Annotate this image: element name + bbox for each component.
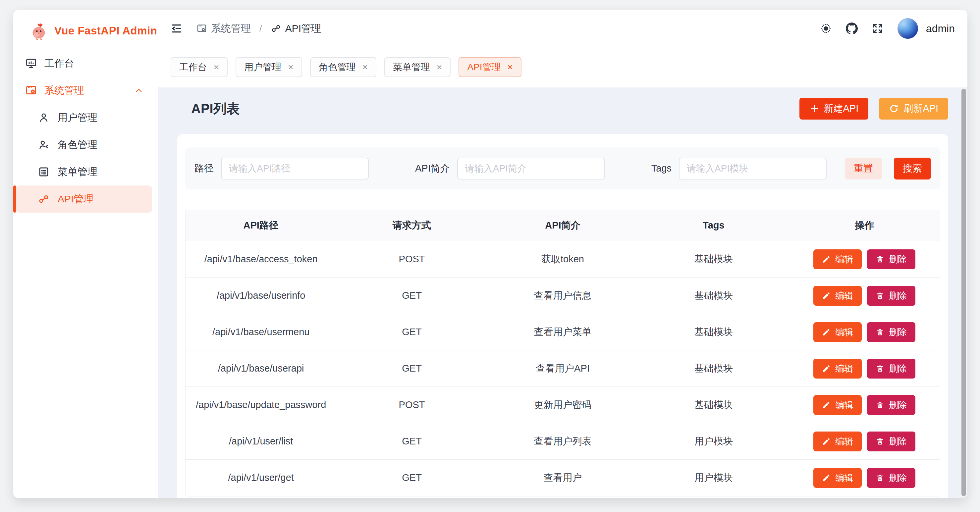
tab-API管理[interactable]: API管理× xyxy=(458,57,522,77)
theme-toggle-icon[interactable] xyxy=(820,22,832,35)
trash-icon xyxy=(876,291,884,300)
search-button[interactable]: 搜索 xyxy=(894,157,931,180)
sidebar-item-menu-list[interactable]: 菜单管理 xyxy=(16,158,152,186)
github-icon[interactable] xyxy=(846,22,858,35)
cell-tags: 基础模块 xyxy=(638,326,789,339)
tab-工作台[interactable]: 工作台× xyxy=(170,57,228,77)
trash-icon xyxy=(876,328,884,337)
sidebar-collapse-icon[interactable] xyxy=(170,22,183,35)
sidebar-item-role[interactable]: 角色管理 xyxy=(16,131,152,158)
cell-method: GET xyxy=(336,290,487,301)
trash-icon xyxy=(876,437,884,446)
edit-pencil-icon xyxy=(822,401,830,409)
delete-button[interactable]: 删除 xyxy=(867,250,915,269)
table-row: /api/v1/base/userinfoGET查看用户信息基础模块编辑删除 xyxy=(186,278,940,314)
breadcrumb-item-system[interactable]: 系统管理 xyxy=(196,22,251,35)
sidebar-item-label: API管理 xyxy=(58,192,94,206)
tab-close-icon[interactable]: × xyxy=(363,63,368,72)
avatar[interactable] xyxy=(897,18,918,39)
username[interactable]: admin xyxy=(926,22,955,35)
filter-group-path: 路径 xyxy=(194,157,369,180)
breadcrumb: 系统管理 / API管理 xyxy=(196,22,321,35)
tab-close-icon[interactable]: × xyxy=(508,63,513,72)
sidebar-item-label: 用户管理 xyxy=(58,111,97,124)
edit-pencil-icon xyxy=(822,255,830,264)
delete-button[interactable]: 删除 xyxy=(867,322,915,342)
column-header: API路径 xyxy=(186,219,336,232)
cell-api-path: /api/v1/base/update_password xyxy=(186,399,336,410)
system-icon xyxy=(25,84,37,96)
tab-用户管理[interactable]: 用户管理× xyxy=(235,57,302,77)
edit-pencil-icon xyxy=(822,291,830,300)
delete-button[interactable]: 删除 xyxy=(867,286,915,306)
sidebar-item-system[interactable]: 系统管理 xyxy=(16,77,152,104)
cell-api-path: /api/v1/base/usermenu xyxy=(186,326,336,337)
tab-label: 用户管理 xyxy=(244,61,281,73)
trash-icon xyxy=(876,255,884,264)
tab-close-icon[interactable]: × xyxy=(437,63,442,72)
edit-button[interactable]: 编辑 xyxy=(813,250,862,269)
edit-button[interactable]: 编辑 xyxy=(813,286,862,306)
cell-actions: 编辑删除 xyxy=(789,395,940,415)
cell-method: GET xyxy=(336,363,487,374)
path-label: 路径 xyxy=(194,162,214,175)
cell-api-path: /api/v1/user/get xyxy=(186,472,336,483)
delete-button[interactable]: 删除 xyxy=(867,395,915,415)
path-input[interactable] xyxy=(221,157,369,180)
cell-tags: 用户模块 xyxy=(638,435,789,448)
cell-summary: 查看用户 xyxy=(487,471,638,485)
cell-tags: 基础模块 xyxy=(638,398,789,412)
trash-icon xyxy=(876,364,884,373)
delete-button[interactable]: 删除 xyxy=(867,468,915,488)
cell-actions: 编辑删除 xyxy=(789,431,940,452)
edit-button[interactable]: 编辑 xyxy=(813,431,862,452)
edit-button[interactable]: 编辑 xyxy=(813,468,862,488)
tab-label: 角色管理 xyxy=(319,61,356,73)
role-icon xyxy=(38,139,50,151)
summary-input[interactable] xyxy=(457,157,605,180)
filter-group-tags: Tags xyxy=(651,157,827,180)
cell-method: POST xyxy=(336,254,487,265)
edit-button[interactable]: 编辑 xyxy=(813,322,862,342)
menu-list-icon xyxy=(38,166,50,178)
app-logo[interactable]: Vue FastAPI Admin xyxy=(13,10,158,41)
page-title: API列表 xyxy=(191,100,240,118)
edit-button[interactable]: 编辑 xyxy=(813,395,862,415)
sidebar-item-label: 角色管理 xyxy=(58,138,97,152)
tab-label: 菜单管理 xyxy=(393,61,430,73)
filter-group-summary: API简介 xyxy=(415,157,605,180)
vertical-scrollbar[interactable] xyxy=(961,89,966,496)
main-column: 系统管理 / API管理 xyxy=(158,10,967,498)
cell-summary: 获取token xyxy=(487,253,638,266)
tags-input[interactable] xyxy=(679,157,827,180)
cell-actions: 编辑删除 xyxy=(789,286,940,306)
content-header: API列表 新建API 刷新API xyxy=(177,97,948,120)
refresh-icon xyxy=(889,104,899,114)
cell-api-path: /api/v1/base/userapi xyxy=(186,363,336,374)
delete-button[interactable]: 删除 xyxy=(867,431,915,452)
table-row: /api/v1/user/listGET查看用户列表用户模块编辑删除 xyxy=(186,423,940,460)
tab-close-icon[interactable]: × xyxy=(288,63,293,72)
refresh-api-button[interactable]: 刷新API xyxy=(879,98,948,119)
cell-tags: 基础模块 xyxy=(638,253,789,266)
tab-close-icon[interactable]: × xyxy=(214,63,219,72)
sidebar-item-api[interactable]: API管理 xyxy=(16,186,152,213)
workbench-icon xyxy=(25,57,37,69)
chevron-up-icon[interactable] xyxy=(134,86,143,95)
sidebar-item-workbench[interactable]: 工作台 xyxy=(16,50,152,77)
delete-button[interactable]: 删除 xyxy=(867,359,915,378)
tab-角色管理[interactable]: 角色管理× xyxy=(310,57,376,77)
reset-button[interactable]: 重置 xyxy=(845,157,882,180)
table-row: /api/v1/user/getGET查看用户用户模块编辑删除 xyxy=(186,460,940,496)
table-row: /api/v1/base/usermenuGET查看用户菜单基础模块编辑删除 xyxy=(186,314,940,350)
sidebar: Vue FastAPI Admin 工作台系统管理用户管理角色管理菜单管理API… xyxy=(13,10,158,498)
edit-button[interactable]: 编辑 xyxy=(813,359,862,378)
sidebar-item-user[interactable]: 用户管理 xyxy=(16,104,152,131)
tab-菜单管理[interactable]: 菜单管理× xyxy=(384,57,450,77)
table-header-row: API路径请求方式API简介Tags操作 xyxy=(186,210,940,241)
breadcrumb-item-api[interactable]: API管理 xyxy=(270,22,321,35)
fullscreen-icon[interactable] xyxy=(872,22,884,35)
create-api-button[interactable]: 新建API xyxy=(799,98,869,119)
cell-summary: 查看用户API xyxy=(487,362,638,375)
edit-pencil-icon xyxy=(822,474,830,482)
